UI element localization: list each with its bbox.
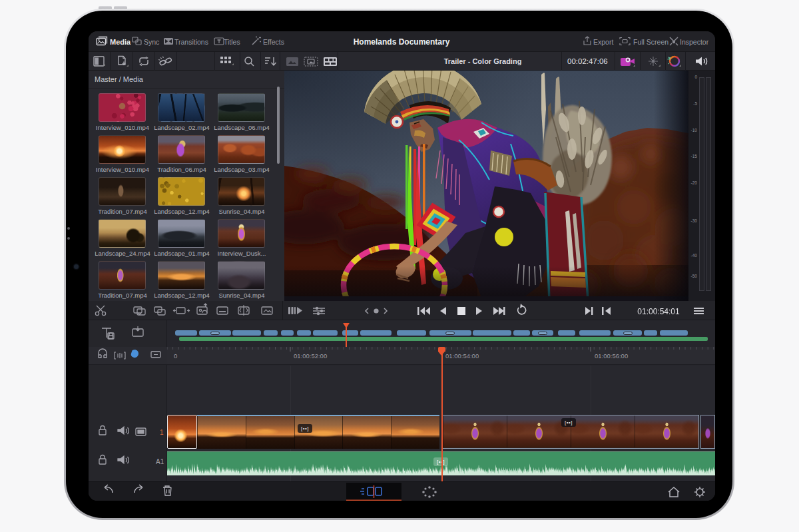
svg-text:A1: A1: [156, 458, 164, 465]
svg-text:01:00:54:01: 01:00:54:01: [637, 307, 680, 316]
svg-text:01:00:52:00: 01:00:52:00: [294, 352, 327, 360]
svg-text:01:00:56:00: 01:00:56:00: [595, 352, 628, 360]
svg-text:1: 1: [160, 429, 164, 436]
svg-text:01:00:54:00: 01:00:54:00: [445, 352, 479, 360]
svg-text:0: 0: [174, 352, 177, 360]
